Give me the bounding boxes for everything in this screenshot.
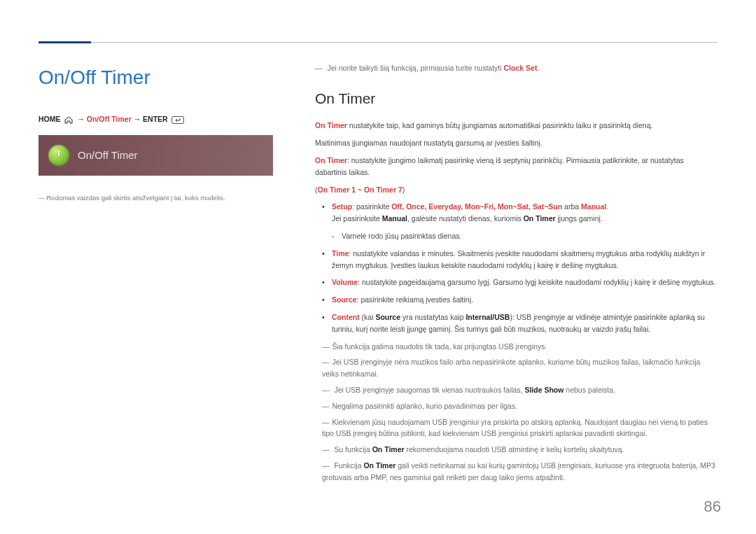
svg-rect-0 — [172, 116, 183, 123]
p1-body: nustatykite taip, kad gaminys būtų įjung… — [347, 121, 653, 129]
note-prefix: Jei norite taikyti šią funkciją, pirmiau… — [327, 64, 503, 72]
setup-l2b: , galėsite nustatyti dienas, kuriomis — [407, 214, 524, 223]
range-text: On Timer 1 ~ On Timer 7 — [318, 185, 402, 194]
breadcrumb-home: HOME — [38, 115, 61, 123]
setup-l2a: Jei pasirinksite — [332, 214, 382, 223]
time-text: : nustatykite valandas ir minutes. Skait… — [332, 249, 705, 269]
setup-a: : pasirinkite — [352, 202, 391, 211]
timer-icon — [48, 145, 69, 166]
content-source: Source — [375, 313, 400, 321]
p1-bold: On Timer — [315, 121, 347, 129]
setup-b: arba — [562, 202, 581, 211]
breadcrumb-arrow-2: → — [134, 115, 143, 123]
n6bold: On Timer — [372, 445, 405, 454]
note-folder-name-long: Negalima pasirinkti aplanko, kurio pavad… — [322, 400, 718, 412]
section-title: On/Off Timer — [38, 62, 273, 94]
content-label: Content — [332, 313, 360, 321]
breadcrumb-path: On/Off Timer — [87, 115, 132, 123]
setup-l2-manual: Manual — [382, 214, 407, 223]
source-label: Source — [332, 295, 357, 304]
bullet-volume: Volume: nustatykite pageidaujamą garsumo… — [322, 276, 718, 288]
breadcrumb-arrow-1: → — [77, 115, 86, 123]
note-usb-folders: Kiekvienam jūsų naudojamam USB įrenginiu… — [322, 416, 718, 440]
para-2: Maitinimas įjungiamas naudojant nustatyt… — [315, 137, 718, 149]
bullet-time: Time: nustatykite valandas ir minutes. S… — [322, 248, 718, 272]
right-column: Jei norite taikyti šią funkciją, pirmiau… — [315, 62, 718, 488]
volume-text: : nustatykite pageidaujamą garsumo lygį.… — [358, 278, 715, 286]
note-bold: Clock Set — [504, 64, 538, 72]
page-container: On/Off Timer HOME → On/Off Timer → ENTER… — [0, 0, 756, 509]
setup-subdash: Varnelė rodo jūsų pasirinktas dienas. — [322, 230, 718, 242]
setup-manual: Manual — [581, 202, 606, 211]
note-usb-only: Šia funkcija galima naudotis tik tada, k… — [322, 341, 718, 353]
clock-set-note: Jei norite taikyti šią funkciją, pirmiau… — [315, 62, 718, 74]
bullet-content: Content (kai Source yra nustatytas kaip … — [322, 311, 718, 335]
tile-label: On/Off Timer — [78, 147, 138, 164]
para-3: On Timer: nustatykite įjungimo laikmatį … — [315, 155, 718, 178]
on-timer-heading: On Timer — [315, 87, 718, 111]
note-slideshow: Jei USB įrenginyje saugomas tik vienas n… — [322, 384, 718, 396]
n3a: Jei USB įrenginyje saugomas tik vienas n… — [334, 386, 524, 394]
bullet-source: Source: pasirinkite reikiamą įvesties ša… — [322, 294, 718, 306]
timer-range: (On Timer 1 ~ On Timer 7) — [315, 184, 718, 196]
content-a: (kai — [360, 313, 376, 321]
options-list: Setup: pasirinkite Off, Once, Everyday, … — [322, 201, 718, 335]
time-label: Time — [332, 249, 349, 258]
note-mp3-pmp: Funkcija On Timer gali veikti netinkamai… — [322, 460, 718, 484]
n6a: Su funkcija — [334, 445, 372, 454]
content-columns: On/Off Timer HOME → On/Off Timer → ENTER… — [38, 62, 718, 488]
feature-tile: On/Off Timer — [38, 135, 273, 176]
content-b: yra nustatytas kaip — [400, 313, 465, 321]
bullet-setup: Setup: pasirinkite Off, Once, Everyday, … — [322, 201, 718, 225]
top-accent-bar — [38, 41, 91, 43]
p3-body: : nustatykite įjungimo laikmatį pasirink… — [315, 156, 684, 176]
n7a: Funkcija — [334, 461, 363, 470]
enter-icon — [172, 116, 184, 124]
breadcrumb-enter: ENTER — [143, 115, 168, 123]
p3-bold: On Timer — [315, 156, 347, 164]
page-number: 86 — [704, 494, 721, 519]
source-text: : pasirinkite reikiamą įvesties šaltinį. — [357, 295, 473, 304]
top-divider — [38, 42, 718, 43]
n7bold: On Timer — [363, 461, 396, 470]
para-1: On Timer nustatykite taip, kad gaminys b… — [315, 120, 718, 132]
volume-label: Volume — [332, 278, 358, 286]
note-usb-stick: Su funkcija On Timer rekomenduojama naud… — [322, 444, 718, 456]
n3bold: Slide Show — [524, 386, 564, 394]
model-disclaimer: Rodomas vaizdas gali skirtis atsižvelgia… — [38, 192, 273, 203]
content-iusb: Internal/USB — [465, 313, 510, 321]
note-no-music-folder: Jei USB įrenginyje nėra muzikos failo ar… — [322, 356, 718, 380]
setup-opts: Off, Once, Everyday, Mon~Fri, Mon~Sat, S… — [391, 202, 562, 211]
setup-l2-ontimer: On Timer — [524, 214, 556, 223]
home-icon — [64, 116, 74, 124]
breadcrumb: HOME → On/Off Timer → ENTER — [38, 113, 273, 125]
setup-label: Setup — [332, 202, 352, 211]
left-column: On/Off Timer HOME → On/Off Timer → ENTER… — [38, 62, 273, 488]
setup-l2c: įjungs gaminį. — [556, 214, 603, 223]
n6b: rekomenduojama naudoti USB atmintinę ir … — [405, 445, 624, 454]
n3b: nebus paleista. — [564, 386, 615, 394]
